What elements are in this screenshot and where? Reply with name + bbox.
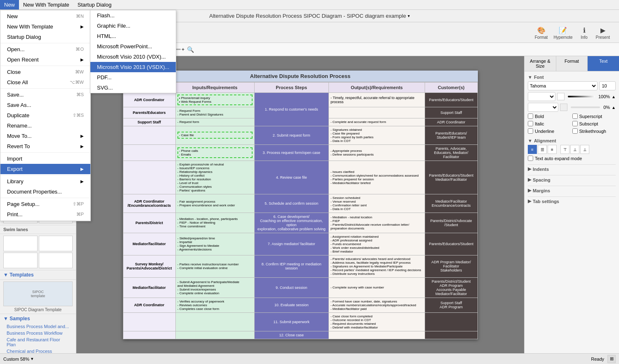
export-svg[interactable]: SVG... — [90, 83, 176, 93]
export-pdf[interactable]: PDF... — [90, 72, 176, 83]
text-auto-expand-checkbox[interactable] — [528, 156, 533, 161]
sample-business-process[interactable]: Business Process Model and... — [0, 323, 76, 330]
font-bg-color-picker[interactable] — [560, 104, 567, 111]
edit-menu[interactable]: New With Template — [19, 0, 73, 9]
swim-thumb-3[interactable] — [3, 253, 38, 268]
export-graphic[interactable]: Graphic File... — [90, 21, 176, 31]
align-bottom-btn[interactable]: ⊥ — [580, 145, 589, 154]
export-flash[interactable]: Flash... — [90, 10, 176, 21]
menu-save-as[interactable]: Save As... — [0, 100, 90, 110]
margins-title[interactable]: ▶ Margins — [528, 188, 616, 193]
tab-text[interactable]: Text — [588, 56, 619, 71]
menu-library[interactable]: Library ▶ — [0, 176, 90, 187]
font-opacity-slider[interactable] — [568, 96, 595, 97]
menu-move-to[interactable]: Move To... ▶ — [0, 131, 90, 141]
menu-export[interactable]: Export ▶ — [0, 164, 90, 174]
canvas-document[interactable]: Alternative Dispute Resolution Process S… — [123, 71, 478, 339]
cell-process-6: 6. Case development/Coaching on effectiv… — [254, 213, 328, 233]
menu-rename[interactable]: Rename... — [0, 121, 90, 131]
table-row: - Case file 2. Submit request form - Sig… — [123, 126, 477, 144]
font-color-picker[interactable] — [557, 93, 565, 100]
zoom-plus[interactable]: + — [182, 47, 184, 52]
header-inputs: Inputs/Requirements — [175, 82, 254, 92]
export-powerpoint[interactable]: Microsoft PowerPoint... — [90, 41, 176, 52]
menu-startup[interactable]: Startup Dialog — [0, 32, 90, 42]
menu-duplicate[interactable]: Duplicate ⇧⌘S — [0, 110, 90, 121]
align-left-btn[interactable]: ≡ — [528, 145, 537, 154]
toolbar-present-label: Present — [596, 35, 610, 40]
tab-format[interactable]: Format — [556, 56, 588, 71]
tab-arrange-size[interactable]: Arrange & Size — [524, 56, 556, 71]
templates-section[interactable]: ▼ Templates — [0, 270, 76, 280]
export-html[interactable]: HTML... — [90, 31, 176, 41]
zoom-dropdown-arrow[interactable]: ▾ — [31, 356, 33, 362]
menu-save[interactable]: Save... ⌘S — [0, 90, 90, 100]
align-top-btn[interactable]: ⊤ — [560, 145, 569, 154]
cell-customer-9: Parents/Educators/Student — [425, 233, 477, 255]
font-expand-arrow[interactable]: ▼ — [528, 75, 532, 80]
font-bg-opacity-slider[interactable] — [571, 106, 600, 108]
export-visio-2010[interactable]: Microsoft Visio 2010 (VDX)... — [90, 52, 176, 62]
toolbar-hypernote[interactable]: 📝 Hypernote — [551, 24, 575, 41]
bold-checkbox[interactable] — [528, 113, 533, 119]
menu-open-recent[interactable]: Open Recent ▶ — [0, 54, 90, 65]
font-opacity-stepper[interactable]: ▲ — [612, 95, 616, 99]
sample-workflow[interactable]: Business Process Workflow — [0, 330, 76, 336]
align-middle-btn[interactable]: ⊥ — [570, 145, 579, 154]
menu-new-template[interactable]: New With Template ▶ — [0, 21, 90, 32]
font-bg-style-select[interactable] — [528, 103, 558, 112]
menu-close[interactable]: Close ⌘W — [0, 67, 90, 77]
menu-import[interactable]: Import — [0, 154, 90, 164]
font-style-select[interactable] — [528, 92, 555, 101]
info-icon: ℹ — [579, 25, 589, 35]
toolbar-present[interactable]: ▶ Present — [593, 24, 612, 41]
subscript-checkbox[interactable] — [572, 121, 578, 126]
title-dropdown-arrow[interactable]: ▾ — [408, 14, 410, 18]
view-menu[interactable]: Startup Dialog — [73, 0, 116, 9]
swim-thumb-1[interactable] — [3, 236, 38, 251]
menu-print[interactable]: Print... ⌘P — [0, 209, 90, 220]
sample-chemical[interactable]: Chemical and Process — [0, 348, 76, 353]
resize-handle[interactable]: ⊞ — [607, 355, 616, 363]
menu-doc-props[interactable]: Document Properties... — [0, 187, 90, 197]
spacing-section: ▶ Spacing — [528, 175, 616, 182]
indents-expand-arrow: ▶ — [528, 166, 531, 172]
swim-thumb-2[interactable] — [39, 236, 73, 251]
samples-section[interactable]: ▼ Samples — [0, 314, 76, 323]
menu-open[interactable]: Open... ⌘O — [0, 44, 90, 54]
zoom-fit-btn[interactable]: 🔍 — [185, 44, 196, 55]
sample-cafe[interactable]: Cafe and Restaurant Floor Plan — [0, 336, 76, 348]
file-menu[interactable]: New — [0, 0, 19, 9]
align-right-btn[interactable]: ≡ — [548, 145, 557, 154]
cell-supplier-7: ADR Coordinator/Encumbrance/contracts — [123, 194, 175, 213]
export-submenu: Flash... Graphic File... HTML... Microso… — [90, 10, 176, 93]
spacing-expand-arrow: ▶ — [528, 177, 531, 182]
cell-output-12: - Formed have case number, date, signatu… — [328, 298, 425, 312]
italic-checkbox[interactable] — [528, 121, 533, 126]
cell-customer-3: ADR Coordinator — [425, 118, 477, 126]
spacing-title[interactable]: ▶ Spacing — [528, 177, 616, 182]
superscript-checkbox[interactable] — [572, 113, 578, 119]
zoom-control[interactable]: Custom 58% ▾ — [3, 356, 33, 362]
toolbar-format[interactable]: 🎨 Format — [532, 24, 550, 41]
swim-thumb-4[interactable] — [39, 253, 73, 268]
alignment-expand-arrow[interactable]: ▼ — [528, 138, 532, 143]
strikethrough-checkbox[interactable] — [572, 128, 578, 134]
menu-revert-to[interactable]: Revert To ▶ — [0, 141, 90, 151]
underline-label: Underline — [535, 129, 554, 134]
font-bg-opacity-stepper[interactable]: ▲ — [612, 105, 616, 110]
template-thumb[interactable]: SIPOCtemplate — [3, 281, 73, 306]
tab-settings-title[interactable]: ▶ Tab settings — [528, 199, 616, 204]
font-size-input[interactable] — [599, 81, 616, 90]
menu-new[interactable]: New ⌘N — [0, 11, 90, 21]
sipoc-table: Supplier(s) Inputs/Requirements Process … — [123, 82, 478, 339]
font-family-select[interactable]: Tahoma — [528, 81, 598, 90]
menu-close-all[interactable]: Close All ⌥⌘W — [0, 77, 90, 87]
export-visio-2013[interactable]: Microsoft Visio 2013 (VSDX)... — [90, 62, 176, 72]
indents-title[interactable]: ▶ Indents — [528, 166, 616, 172]
menu-page-setup[interactable]: Page Setup... ⇧⌘P — [0, 199, 90, 209]
toolbar-info[interactable]: ℹ Info — [576, 24, 593, 41]
cell-input-2: - Request Form- Parent and District Sign… — [175, 107, 254, 118]
underline-checkbox[interactable] — [528, 128, 533, 134]
align-center-btn[interactable]: ☰ — [538, 145, 547, 154]
